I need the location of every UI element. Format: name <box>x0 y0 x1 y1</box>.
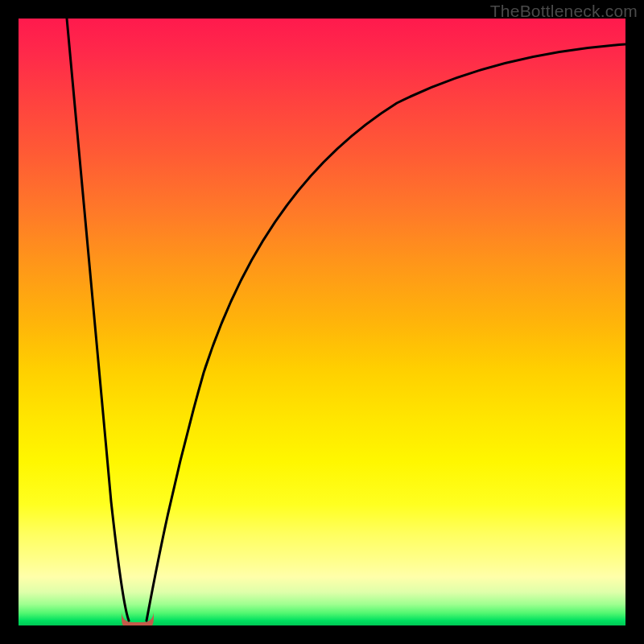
curve-right-branch <box>147 44 625 621</box>
curve-left-branch <box>67 19 129 621</box>
curve-layer <box>19 19 625 625</box>
chart-frame: TheBottleneck.com <box>0 0 644 644</box>
plot-area <box>19 19 625 625</box>
watermark-text: TheBottleneck.com <box>490 2 638 21</box>
